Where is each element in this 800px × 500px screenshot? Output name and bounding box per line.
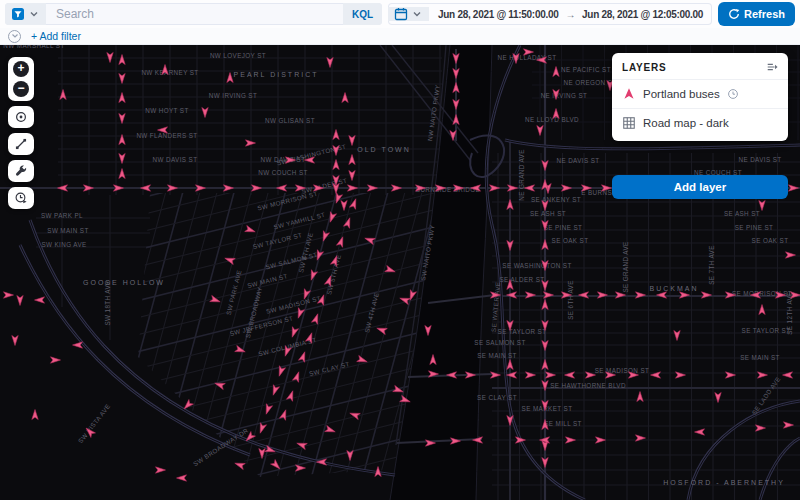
date-from[interactable]: Jun 28, 2021 @ 11:50:00.00 xyxy=(438,9,558,20)
street-label: SE WASHINGTON ST xyxy=(502,262,571,269)
street-label: SE GRAND AVE xyxy=(622,241,629,292)
calendar-icon xyxy=(394,7,408,21)
street-label: SE ANKENY ST xyxy=(531,196,581,203)
zoom-in-button[interactable]: + xyxy=(13,61,29,77)
map-canvas[interactable]: NW MARSHALL STNW LOVEJOY STNW KEARNEY ST… xyxy=(0,45,800,500)
street-label: NW HOYT ST xyxy=(145,107,188,114)
street-label: SW 18TH AVE xyxy=(104,280,111,325)
layer-row-road-map-dark[interactable]: Road map - dark xyxy=(612,108,788,137)
zoom-controls: + − xyxy=(8,57,34,101)
street-label: SE MADISON ST xyxy=(595,367,650,374)
street-label: NW KEARNEY ST xyxy=(141,69,198,76)
street-label: SE TAYLOR ST xyxy=(498,328,547,335)
tools-button[interactable] xyxy=(8,160,34,182)
street-label: NW GLISAN ST xyxy=(265,117,315,124)
street-label: SE OAK ST xyxy=(552,237,589,244)
street-label: NE IRVING ST xyxy=(541,92,588,99)
street-label: SE 6TH AVE xyxy=(567,280,574,320)
district-label: PEARL DISTRICT xyxy=(234,71,319,78)
street-label: NE GRAND AVE xyxy=(518,149,525,201)
add-filter-link[interactable]: + Add filter xyxy=(31,30,81,42)
measure-button[interactable] xyxy=(8,133,34,155)
date-to[interactable]: Jun 28, 2021 @ 12:05:00.00 xyxy=(582,9,703,20)
add-layer-button[interactable]: Add layer xyxy=(612,175,788,199)
filter-bar: + Add filter xyxy=(0,28,800,45)
street-label: NW MARSHALL ST xyxy=(3,45,64,49)
street-label: SE ASH ST xyxy=(724,210,760,217)
search-input[interactable] xyxy=(46,3,343,25)
street-label: SE OAK ST xyxy=(752,237,789,244)
date-range-picker[interactable]: Jun 28, 2021 @ 11:50:00.00 → Jun 28, 202… xyxy=(388,3,712,25)
street-label: NW LOVEJOY ST xyxy=(210,52,266,59)
filter-options-button[interactable] xyxy=(8,30,21,43)
street-label: NE PACIFIC ST xyxy=(561,66,611,73)
filter-query-icon xyxy=(11,7,25,21)
timeslider-button[interactable] xyxy=(8,187,34,209)
street-label: BURNSIDE BRIDGE xyxy=(416,186,480,193)
vector-line-icon xyxy=(14,137,28,151)
chevron-down-icon xyxy=(411,8,423,20)
street-label: NW DAVIS ST xyxy=(153,156,198,163)
query-bar: KQL Jun 28, 2021 @ 11:50:00.00 → Jun 28,… xyxy=(0,0,800,28)
district-label: BUCKMAN xyxy=(649,285,698,292)
collapse-panel-icon[interactable] xyxy=(766,61,778,73)
street-label: NE DAVIS ST xyxy=(738,156,781,163)
road-map-grid-icon xyxy=(622,116,636,130)
street-label: NE LLOYD BLVD xyxy=(525,116,579,123)
street-label: SE PINE ST xyxy=(544,224,583,231)
clock-play-icon xyxy=(14,191,28,205)
layers-panel: LAYERS Portland buses xyxy=(612,53,788,141)
layers-panel-title: LAYERS xyxy=(622,62,666,73)
zoom-out-button[interactable]: − xyxy=(13,81,29,97)
district-label: HOSFORD - ABERNETHY xyxy=(663,479,785,486)
street-label: SE TAYLOR ST xyxy=(742,327,791,334)
street-label: SE ALDER ST xyxy=(500,276,545,283)
fit-to-data-button[interactable] xyxy=(8,106,34,128)
street-label: SE SALMON ST xyxy=(474,339,525,346)
street-label: NW IRVING ST xyxy=(209,92,257,99)
query-menu-button[interactable] xyxy=(5,3,46,25)
chevron-down-icon xyxy=(11,32,19,40)
street-label: SE MARKET ST xyxy=(522,405,573,412)
date-quick-select-button[interactable] xyxy=(388,7,429,21)
street-label: SE MILL ST xyxy=(544,420,582,427)
street-label: NE HOLLADAY ST xyxy=(498,54,557,61)
bus-arrow-icon xyxy=(622,87,636,101)
street-label: NE DAVIS ST xyxy=(556,157,599,164)
street-label: SW KING AVE xyxy=(41,241,86,248)
map-toolbar: + − xyxy=(8,57,34,209)
street-label: NW COUCH ST xyxy=(258,169,308,176)
bullseye-icon xyxy=(14,110,28,124)
district-label: OLD TOWN xyxy=(357,146,410,153)
chevron-down-icon xyxy=(28,8,40,20)
search-bar[interactable]: KQL xyxy=(5,3,382,25)
street-label: SE HAWTHORNE BLVD xyxy=(550,382,626,389)
kql-badge[interactable]: KQL xyxy=(343,3,382,25)
street-label: SE CLAY ST xyxy=(477,394,517,401)
layer-label: Road map - dark xyxy=(643,117,729,129)
street-label: SW MAIN ST xyxy=(47,227,88,234)
date-range-arrow-icon: → xyxy=(565,9,575,20)
street-label: SW PARK PL xyxy=(41,212,83,219)
refresh-label: Refresh xyxy=(744,8,785,20)
wrench-icon xyxy=(14,164,28,178)
layer-label: Portland buses xyxy=(643,88,720,100)
street-label: SE MAIN ST xyxy=(740,354,780,361)
street-label: SE PINE ST xyxy=(735,224,774,231)
district-label: GOOSE HOLLOW xyxy=(83,279,165,286)
refresh-button[interactable]: Refresh xyxy=(718,2,795,26)
time-filter-info-icon xyxy=(727,88,739,100)
street-label: SE ASH ST xyxy=(530,210,566,217)
refresh-icon xyxy=(728,8,740,20)
street-label: SE MAIN ST xyxy=(477,352,517,359)
layer-row-portland-buses[interactable]: Portland buses xyxy=(612,80,788,108)
street-label: SE 7TH AVE xyxy=(708,245,715,285)
